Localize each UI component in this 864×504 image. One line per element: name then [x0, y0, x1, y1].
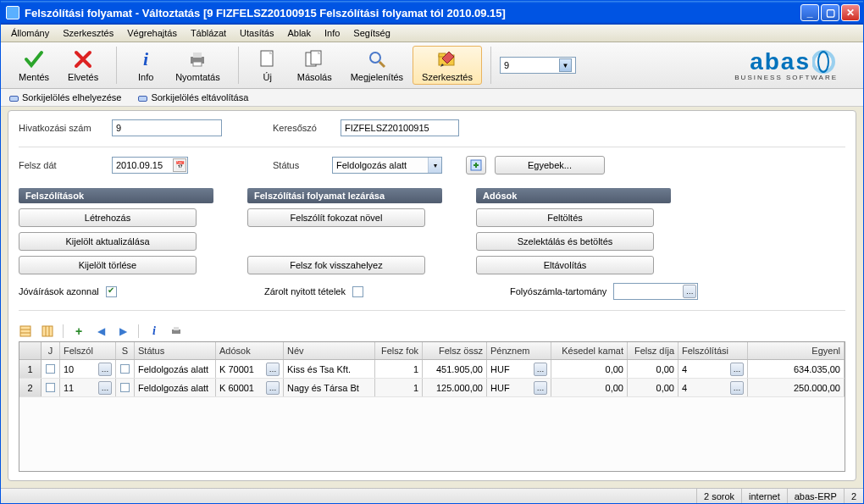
- status-internet: internet: [741, 489, 787, 503]
- col-kesedel[interactable]: Késedel kamat: [551, 342, 628, 359]
- col-j[interactable]: J: [42, 342, 60, 359]
- lookup-icon[interactable]: …: [534, 381, 547, 395]
- fok-visszahelyez-button[interactable]: Felsz fok visszahelyez: [247, 256, 425, 274]
- col-egyenl[interactable]: Egyenl: [748, 342, 845, 359]
- menu-szerkesztes[interactable]: Szerkesztés: [58, 26, 119, 40]
- cell-adosok[interactable]: K 60001…: [216, 379, 284, 396]
- cell-felszol[interactable]: 11…: [60, 379, 116, 396]
- search-word-input[interactable]: FIZFELSZ20100915: [341, 119, 459, 136]
- menu-info[interactable]: Info: [319, 26, 345, 40]
- table-row[interactable]: 2 11… Feldolgozás alatt K 60001… Nagy és…: [19, 379, 845, 397]
- cell-felszossz: 125.000,00: [423, 379, 487, 396]
- egyebek-button[interactable]: Egyebek...: [495, 156, 605, 174]
- svg-rect-18: [42, 326, 53, 336]
- ref-number-input[interactable]: 9: [112, 119, 222, 136]
- discard-button[interactable]: Elvetés: [58, 46, 108, 85]
- app-icon: [6, 6, 19, 19]
- row-mark-clear[interactable]: Sorkijelölés eltávolítása: [138, 92, 248, 102]
- zarolt-checkbox[interactable]: [352, 286, 363, 297]
- menu-vegrehajtas[interactable]: Végrehajtás: [122, 26, 182, 40]
- info-button[interactable]: i Info: [125, 46, 166, 85]
- secondary-toolbar: Sorkijelölés elhelyezése Sorkijelölés el…: [1, 89, 863, 107]
- print-button[interactable]: Nyomtatás: [166, 46, 230, 85]
- col-felszdija[interactable]: Felsz díja: [628, 342, 678, 359]
- lookup-icon[interactable]: …: [730, 381, 744, 395]
- lookup-icon[interactable]: …: [730, 363, 744, 376]
- grid-icon-add[interactable]: +: [72, 324, 86, 338]
- svg-point-13: [818, 52, 828, 72]
- menu-segitseg[interactable]: Segítség: [348, 26, 395, 40]
- cell-s[interactable]: [116, 379, 135, 396]
- lookup-icon[interactable]: …: [266, 363, 280, 376]
- col-felszossz[interactable]: Felsz össz: [423, 342, 487, 359]
- grid-icon-1[interactable]: [19, 324, 32, 338]
- lookup-icon[interactable]: …: [266, 381, 280, 395]
- menu-allomany[interactable]: Állomány: [6, 26, 54, 40]
- status-erp: abas-ERP: [787, 489, 844, 503]
- form-area: Hivatkozási szám 9 Keresőszó FIZFELSZ201…: [8, 110, 856, 481]
- cell-felszol[interactable]: 10…: [60, 360, 116, 378]
- chevron-down-icon[interactable]: ▼: [559, 58, 572, 72]
- row-mark-set[interactable]: Sorkijelölés elhelyezése: [9, 92, 121, 102]
- cell-penznem[interactable]: HUF…: [487, 360, 551, 378]
- close-button[interactable]: ✕: [841, 4, 860, 21]
- lookup-icon[interactable]: …: [98, 363, 112, 376]
- cell-penznem[interactable]: HUF…: [487, 379, 551, 396]
- col-nev[interactable]: Név: [284, 342, 375, 359]
- new-button[interactable]: Új: [247, 46, 288, 85]
- record-selector-combo[interactable]: 9 ▼: [500, 57, 576, 74]
- chevron-down-icon[interactable]: ▾: [428, 158, 441, 173]
- felsz-date-input[interactable]: 2010.09.15 📅: [112, 157, 188, 174]
- copy-button[interactable]: Másolás: [288, 46, 341, 85]
- window-title: Felszólítási folyamat - Változtatás [9 F…: [25, 7, 800, 19]
- menu-tablazat[interactable]: Táblázat: [186, 26, 231, 40]
- menu-utasitas[interactable]: Utasítás: [235, 26, 279, 40]
- col-adosok[interactable]: Adósok: [216, 342, 284, 359]
- cell-felszolitasi[interactable]: 4…: [678, 360, 748, 378]
- table-row[interactable]: 1 10… Feldolgozás alatt K 70001… Kiss és…: [19, 360, 845, 379]
- lookup-icon[interactable]: …: [534, 363, 547, 376]
- jovairas-checkbox[interactable]: [106, 286, 117, 297]
- letrehozas-button[interactable]: Létrehozás: [19, 208, 197, 227]
- szelektalas-betoltes-button[interactable]: Szelektálás és betöltés: [476, 232, 654, 251]
- calendar-icon[interactable]: 📅: [173, 158, 186, 172]
- fokozat-novel-button[interactable]: Felszólít fokozat növel: [247, 208, 425, 227]
- cell-s[interactable]: [116, 360, 135, 378]
- eltavolitas-button[interactable]: Eltávolítás: [476, 256, 654, 274]
- maximize-button[interactable]: ▢: [821, 4, 839, 21]
- cell-felszfok: 1: [375, 360, 423, 378]
- grid-icon-right[interactable]: ▶: [116, 324, 130, 338]
- feltoltes-button[interactable]: Feltöltés: [476, 208, 654, 227]
- col-status[interactable]: Státus: [135, 342, 216, 359]
- minimize-button[interactable]: _: [800, 4, 819, 21]
- cell-felszolitasi[interactable]: 4…: [678, 379, 748, 396]
- col-felszol[interactable]: Felszól: [60, 342, 116, 359]
- group-folyamat-lezarasa: Felszólítási folyamat lezárása: [247, 188, 442, 203]
- grid-icon-info[interactable]: i: [147, 324, 161, 338]
- lookup-icon[interactable]: …: [683, 285, 696, 298]
- svg-rect-1: [193, 53, 202, 58]
- col-s[interactable]: S: [116, 342, 135, 359]
- cell-j[interactable]: [42, 360, 60, 378]
- col-felszolitasi[interactable]: Felszólítási: [678, 342, 748, 359]
- kijelolt-aktualizalasa-button[interactable]: Kijelölt aktualizálása: [19, 232, 197, 251]
- col-felszfok[interactable]: Felsz fok: [375, 342, 423, 359]
- cell-adosok[interactable]: K 70001…: [216, 360, 284, 378]
- status-select[interactable]: Feldolgozás alatt ▾: [332, 157, 442, 174]
- grid-icon-print[interactable]: [169, 324, 183, 338]
- folyoszamla-input[interactable]: …: [613, 283, 698, 300]
- grid-icon-left[interactable]: ◀: [94, 324, 108, 338]
- save-button[interactable]: Mentés: [9, 46, 58, 85]
- edit-button[interactable]: Szerkesztés: [413, 46, 482, 85]
- menu-ablak[interactable]: Ablak: [282, 26, 316, 40]
- view-button[interactable]: Megjelenítés: [341, 46, 413, 85]
- col-penznem[interactable]: Pénznem: [487, 342, 551, 359]
- svg-line-9: [379, 62, 385, 67]
- lookup-icon[interactable]: …: [98, 381, 112, 395]
- egyebek-icon-button[interactable]: [466, 156, 486, 174]
- cell-j[interactable]: [42, 379, 60, 396]
- kijelolt-torlese-button[interactable]: Kijelölt törlése: [19, 256, 197, 274]
- cell-egyenl: 634.035,00: [748, 360, 845, 378]
- status-page: 2: [844, 489, 863, 503]
- grid-icon-2[interactable]: [41, 324, 54, 338]
